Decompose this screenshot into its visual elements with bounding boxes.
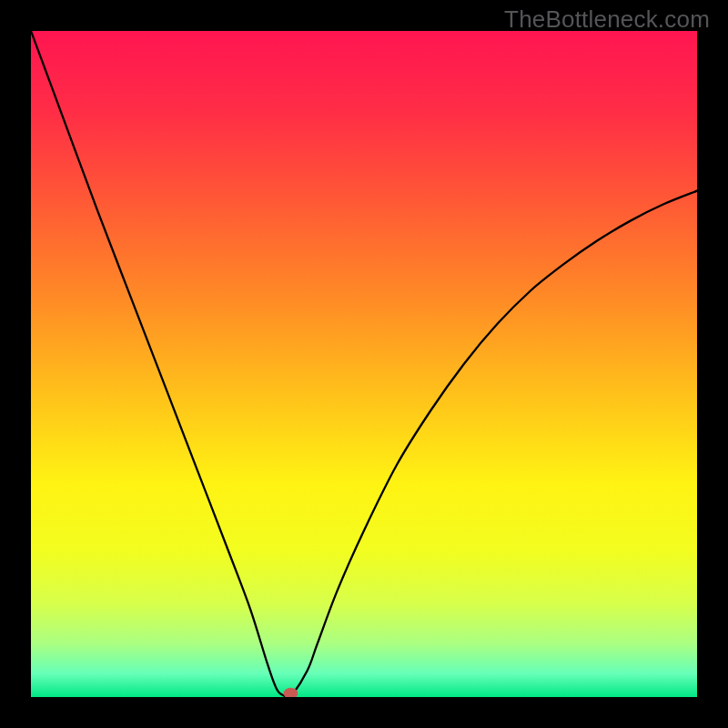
chart-svg (31, 31, 697, 697)
chart-frame: TheBottleneck.com (0, 0, 728, 728)
plot-area (31, 31, 697, 697)
watermark-text: TheBottleneck.com (504, 5, 710, 34)
gradient-background (31, 31, 697, 697)
